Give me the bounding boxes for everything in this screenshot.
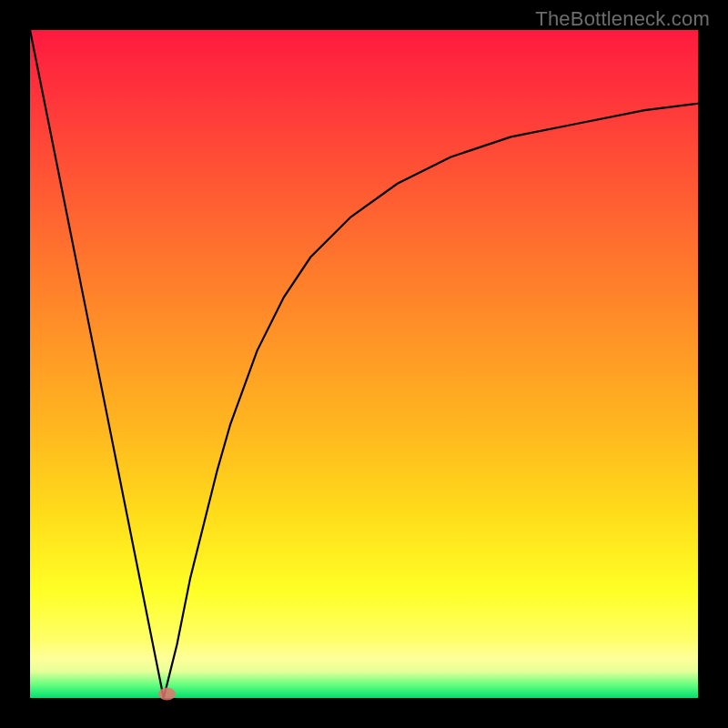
watermark-text: TheBottleneck.com <box>535 7 710 31</box>
curve-left-branch <box>30 30 164 698</box>
chart-frame: TheBottleneck.com <box>0 0 728 728</box>
plot-area <box>30 30 698 698</box>
min-marker <box>158 688 176 701</box>
curve-right-branch <box>164 104 698 698</box>
plot-svg <box>30 30 698 698</box>
